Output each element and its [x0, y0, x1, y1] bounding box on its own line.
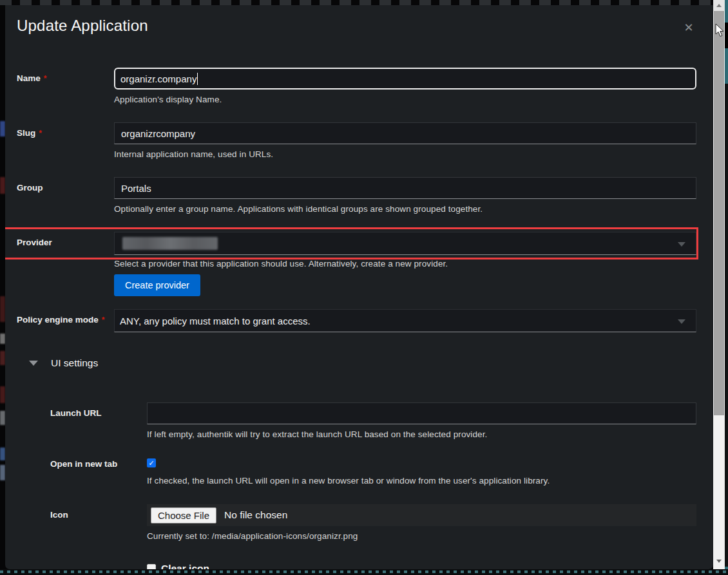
background-fragment — [0, 351, 5, 365]
name-input[interactable]: organizr.company — [114, 68, 696, 90]
name-help: Application's display Name. — [114, 95, 696, 104]
icon-help: Currently set to: /media/application-ico… — [147, 531, 696, 541]
group-row: Group Optionally enter a group name. App… — [17, 177, 696, 214]
icon-file-input: Choose File No file chosen — [147, 504, 696, 526]
background-fragment — [0, 177, 5, 194]
slug-row: Slug* Internal application name, used in… — [17, 122, 696, 159]
chevron-down-icon — [678, 319, 685, 324]
launch-url-help: If left empty, authentik will try to ext… — [147, 429, 696, 439]
choose-file-button[interactable]: Choose File — [151, 507, 216, 523]
launch-url-row: Launch URL If left empty, authentik will… — [50, 402, 696, 439]
group-help: Optionally enter a group name. Applicati… — [114, 204, 696, 214]
chevron-down-icon — [678, 242, 685, 247]
ui-settings-section-label: UI settings — [51, 357, 98, 369]
group-label: Group — [17, 177, 114, 214]
scroll-down-icon[interactable] — [713, 555, 725, 567]
provider-help: Select a provider that this application … — [114, 259, 696, 269]
policy-engine-mode-label: Policy engine mode* — [17, 309, 114, 332]
background-fragment — [0, 411, 5, 425]
required-marker: * — [102, 316, 105, 325]
policy-engine-mode-select[interactable]: ANY, any policy must match to grant acce… — [114, 309, 696, 332]
background-fragment — [0, 296, 5, 322]
ui-settings-section-toggle[interactable]: UI settings — [17, 357, 98, 369]
background-fragment — [0, 386, 5, 403]
provider-label: Provider — [17, 232, 114, 296]
slug-label: Slug* — [17, 122, 114, 159]
vertical-scrollbar[interactable] — [713, 0, 725, 575]
clear-icon-label: Clear icon — [161, 563, 209, 569]
clear-icon-row: Clear icon — [17, 558, 696, 569]
create-provider-button[interactable]: Create provider — [114, 274, 200, 296]
icon-label: Icon — [50, 504, 147, 541]
policy-engine-mode-value: ANY, any policy must match to grant acce… — [120, 316, 311, 326]
window-right-edge — [725, 0, 728, 575]
policy-engine-mode-row: Policy engine mode* ANY, any policy must… — [17, 309, 696, 332]
open-in-new-tab-label: Open in new tab — [50, 458, 147, 485]
scrollbar-thumb[interactable] — [714, 11, 724, 415]
clear-icon-checkbox[interactable] — [147, 564, 156, 569]
screen-bottom-edge — [0, 569, 728, 575]
open-in-new-tab-row: Open in new tab If checked, the launch U… — [50, 458, 696, 485]
slug-input[interactable] — [114, 122, 696, 144]
background-fragment — [0, 121, 5, 137]
screen-top-edge — [0, 0, 713, 5]
background-fragment — [0, 448, 5, 460]
name-label: Name* — [17, 68, 114, 104]
redacted-provider-value — [122, 237, 218, 250]
icon-row: Icon Choose File No file chosen Currentl… — [50, 504, 696, 541]
provider-select[interactable] — [114, 232, 696, 255]
page-title: Update Application — [17, 17, 148, 35]
scroll-up-icon[interactable] — [713, 0, 725, 11]
group-input[interactable] — [114, 177, 696, 199]
required-marker: * — [44, 74, 47, 83]
launch-url-label: Launch URL — [50, 402, 147, 439]
slug-help: Internal application name, used in URLs. — [114, 149, 696, 159]
background-fragment — [0, 334, 5, 344]
name-row: Name* organizr.company Application's dis… — [17, 68, 696, 104]
chevron-down-icon — [29, 361, 38, 366]
file-status-text: No file chosen — [224, 509, 287, 521]
required-marker: * — [39, 129, 42, 138]
provider-row: Provider Select a provider that this app… — [17, 232, 696, 296]
text-caret — [197, 73, 198, 85]
open-in-new-tab-help: If checked, the launch URL will open in … — [147, 476, 696, 485]
close-icon[interactable]: ✕ — [680, 19, 697, 36]
open-in-new-tab-checkbox[interactable] — [147, 458, 156, 467]
update-application-modal: Update Application ✕ Name* organizr.comp… — [5, 5, 713, 569]
launch-url-input[interactable] — [147, 402, 696, 424]
background-fragment — [0, 465, 5, 480]
